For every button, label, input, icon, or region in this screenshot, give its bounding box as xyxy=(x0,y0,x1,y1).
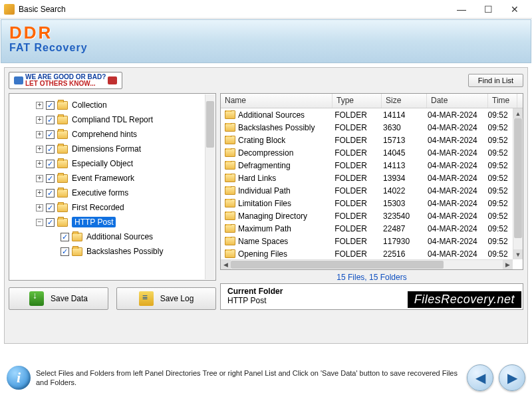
col-type[interactable]: Type xyxy=(332,94,382,108)
checkbox[interactable]: ✓ xyxy=(46,116,55,124)
table-row[interactable]: DefragmentingFOLDER1411304-MAR-202409:52 xyxy=(221,159,513,172)
row-type: FOLDER xyxy=(331,123,379,132)
close-button[interactable]: ✕ xyxy=(501,0,528,19)
row-date: 04-MAR-2024 xyxy=(424,186,484,196)
tree-node[interactable]: +✓Executive forms xyxy=(36,186,211,200)
row-date: 04-MAR-2024 xyxy=(424,211,484,221)
app-icon xyxy=(4,4,15,15)
row-type: FOLDER xyxy=(331,237,379,246)
expand-icon[interactable]: + xyxy=(36,175,43,182)
tree-scrollbar[interactable] xyxy=(205,94,215,279)
expand-icon[interactable]: − xyxy=(36,219,43,226)
scroll-right-icon[interactable]: ▶ xyxy=(503,260,513,269)
checkbox[interactable]: ✓ xyxy=(46,101,55,110)
minimize-button[interactable]: — xyxy=(448,0,475,19)
row-name: Individual Path xyxy=(238,186,291,196)
checkbox[interactable]: ✓ xyxy=(46,160,55,168)
table-row[interactable]: Hard LinksFOLDER1393404-MAR-202409:52 xyxy=(221,172,513,184)
scroll-down-icon[interactable]: ▼ xyxy=(513,249,523,259)
expand-icon[interactable]: + xyxy=(36,160,43,168)
save-data-button[interactable]: Save Data xyxy=(9,287,108,310)
tree-label: Executive forms xyxy=(72,188,128,198)
folder-icon xyxy=(57,116,68,124)
row-size: 117930 xyxy=(379,237,424,246)
checkbox[interactable]: ✓ xyxy=(46,145,55,154)
row-size: 14045 xyxy=(379,148,424,158)
row-type: FOLDER xyxy=(331,110,379,120)
row-size: 323540 xyxy=(379,211,424,221)
table-row[interactable]: Maximum PathFOLDER2248704-MAR-202409:52 xyxy=(221,222,513,235)
tree-node[interactable]: ✓Backslashes Possibly xyxy=(51,244,211,259)
tree-node[interactable]: +✓First Recorded xyxy=(36,200,211,215)
save-icon xyxy=(29,291,44,306)
tree-node[interactable]: −✓HTTP Post xyxy=(36,215,211,229)
row-type: FOLDER xyxy=(331,249,379,259)
current-folder-box: Current Folder HTTP Post FilesRecovery.n… xyxy=(220,283,523,310)
expand-icon[interactable]: + xyxy=(36,102,43,109)
table-row[interactable]: Individual PathFOLDER1402204-MAR-202409:… xyxy=(221,184,513,197)
row-name: Limitation Files xyxy=(238,199,291,208)
folder-icon xyxy=(57,130,68,139)
folder-icon xyxy=(72,247,82,256)
tree-label: Backslashes Possibly xyxy=(86,247,163,256)
scroll-up-icon[interactable]: ▲ xyxy=(513,108,523,118)
expand-icon[interactable]: + xyxy=(36,146,43,153)
checkbox[interactable]: ✓ xyxy=(61,233,69,241)
find-in-list-button[interactable]: Find in List xyxy=(468,74,523,87)
table-row[interactable]: Backslashes PossiblyFOLDER363004-MAR-202… xyxy=(221,121,513,134)
list-hscrollbar[interactable]: ◀ ▶ xyxy=(221,259,513,269)
maximize-button[interactable]: ☐ xyxy=(475,0,501,19)
folder-icon xyxy=(57,101,68,110)
prev-button[interactable]: ◀ xyxy=(467,364,493,391)
checkbox[interactable]: ✓ xyxy=(46,203,55,212)
next-button[interactable]: ▶ xyxy=(499,364,525,391)
table-row[interactable]: DecompressionFOLDER1404504-MAR-202409:52 xyxy=(221,146,513,159)
item-count: 15 Files, 15 Folders xyxy=(220,273,523,282)
footer: i Select Files and Folders from left Pan… xyxy=(7,363,525,392)
expand-icon[interactable]: + xyxy=(36,131,43,138)
watermark: FilesRecovery.net xyxy=(408,291,521,308)
row-type: FOLDER xyxy=(331,211,379,221)
folder-icon xyxy=(225,123,235,132)
save-log-button[interactable]: Save Log xyxy=(116,287,216,310)
row-size: 15713 xyxy=(379,136,424,145)
col-name[interactable]: Name xyxy=(221,94,332,108)
table-row[interactable]: Managing DirectoryFOLDER32354004-MAR-202… xyxy=(221,209,513,222)
expand-icon[interactable]: + xyxy=(36,204,43,211)
tree-panel: +✓Collection+✓Compliand TDL Report+✓Comp… xyxy=(9,93,216,281)
table-row[interactable]: Opening FilesFOLDER2251604-MAR-202409:52 xyxy=(221,247,513,259)
checkbox[interactable]: ✓ xyxy=(46,130,55,139)
col-time[interactable]: Time xyxy=(488,94,517,108)
row-time: 09:52 xyxy=(484,136,513,145)
tree-node[interactable]: +✓Comprehend hints xyxy=(36,127,211,142)
tree-node[interactable]: +✓Dimensions Format xyxy=(36,142,211,156)
scroll-left-icon[interactable]: ◀ xyxy=(221,260,231,269)
expand-icon[interactable]: + xyxy=(36,190,43,197)
row-time: 09:52 xyxy=(484,211,513,221)
checkbox[interactable]: ✓ xyxy=(46,218,55,227)
row-date: 04-MAR-2024 xyxy=(424,148,484,158)
tree-node[interactable]: ✓Additional Sources xyxy=(51,229,211,244)
row-time: 09:52 xyxy=(484,249,513,259)
col-date[interactable]: Date xyxy=(427,94,488,108)
table-row[interactable]: Limitation FilesFOLDER1530304-MAR-202409… xyxy=(221,197,513,209)
expand-icon[interactable]: + xyxy=(36,116,43,124)
row-name: Maximum Path xyxy=(238,224,291,233)
list-vscrollbar[interactable]: ▲ ▼ xyxy=(513,108,523,259)
row-time: 09:52 xyxy=(484,186,513,196)
tree-node[interactable]: +✓Event Framework xyxy=(36,171,211,186)
feedback-badge[interactable]: WE ARE GOOD OR BAD? LET OTHERS KNOW... xyxy=(9,72,122,89)
checkbox[interactable]: ✓ xyxy=(46,189,55,198)
tree-node[interactable]: +✓Especially Object xyxy=(36,156,211,171)
tree-node[interactable]: +✓Collection xyxy=(36,98,211,112)
table-row[interactable]: Additional SourcesFOLDER1411404-MAR-2024… xyxy=(221,108,513,121)
row-name: Hard Links xyxy=(238,174,276,183)
table-row[interactable]: Name SpacesFOLDER11793004-MAR-202409:52 xyxy=(221,235,513,247)
checkbox[interactable]: ✓ xyxy=(61,247,69,256)
col-size[interactable]: Size xyxy=(382,94,427,108)
row-size: 22516 xyxy=(379,249,424,259)
row-name: Additional Sources xyxy=(238,110,305,120)
table-row[interactable]: Crating BlockFOLDER1571304-MAR-202409:52 xyxy=(221,134,513,146)
tree-node[interactable]: +✓Compliand TDL Report xyxy=(36,112,211,127)
checkbox[interactable]: ✓ xyxy=(46,174,55,183)
